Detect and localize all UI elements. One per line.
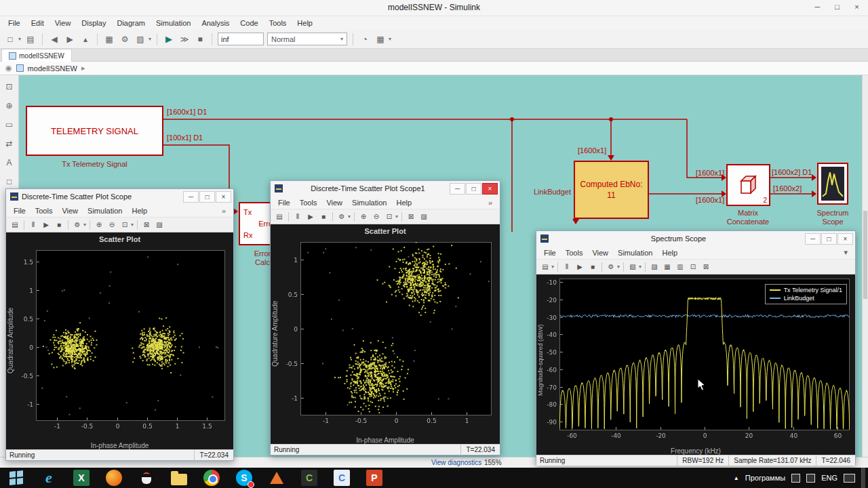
stop-icon[interactable]: ■ — [587, 262, 598, 272]
matrix-concatenate-block[interactable]: 2 — [726, 164, 770, 206]
peaks-toggle-icon[interactable]: ⊠ — [701, 262, 711, 272]
open-icon[interactable]: ▤ — [24, 33, 37, 45]
library-browser-icon[interactable]: ▦ — [103, 33, 115, 45]
swap-icon[interactable]: ⇄ — [5, 139, 12, 148]
up-to-parent-icon[interactable]: ▴ — [79, 33, 92, 45]
crosshair-icon[interactable]: ⊠ — [141, 220, 152, 230]
frame-icon[interactable]: □ — [7, 177, 12, 186]
print-icon[interactable]: ▤ — [540, 262, 551, 272]
spectrum-scope-block[interactable] — [817, 163, 848, 205]
tray-icon-2[interactable] — [806, 474, 815, 483]
menu-simulation[interactable]: Simulation — [83, 205, 127, 216]
model-explorer-icon[interactable]: ▨ — [134, 33, 146, 45]
menu-simulation[interactable]: Simulation — [347, 197, 391, 208]
menu-view[interactable]: View — [587, 247, 613, 258]
simulation-mode-select[interactable]: Normal ▾ — [267, 33, 347, 45]
legend[interactable]: Tx Telemetry Signal/1 LinkBudget — [765, 284, 847, 304]
c-compiler-blue-icon[interactable]: C — [333, 469, 351, 487]
text-tool-icon[interactable]: A — [6, 158, 12, 167]
show-desktop-button[interactable] — [861, 468, 865, 488]
menu-overflow-icon[interactable]: ▾ — [839, 247, 852, 258]
grid-toggle-icon[interactable]: ▦ — [662, 262, 673, 272]
menu-diagram[interactable]: Diagram — [111, 17, 151, 29]
menu-view[interactable]: View — [57, 205, 83, 216]
measure-icon[interactable]: ▨ — [418, 211, 429, 222]
tray-expand-icon[interactable]: ▲ — [734, 475, 739, 481]
minimize-icon[interactable]: ─ — [183, 191, 199, 203]
settings-icon[interactable]: ⚙ — [336, 211, 347, 222]
model-settings-icon[interactable]: ⚙ — [119, 33, 131, 45]
menu-help[interactable]: Help — [292, 17, 318, 29]
tray-icon-1[interactable] — [791, 474, 800, 483]
close-icon[interactable]: × — [482, 183, 498, 195]
matlab-icon[interactable] — [268, 469, 285, 487]
pause-icon[interactable]: Ⅱ — [28, 220, 39, 230]
chrome-icon[interactable] — [203, 469, 220, 487]
breadcrumb-home-icon[interactable]: ◉ — [5, 64, 12, 73]
crosshair-icon[interactable]: ⊠ — [406, 211, 416, 222]
telemetry-signal-block[interactable]: TELEMETRY SIGNAL — [26, 106, 163, 156]
stop-time-input[interactable] — [218, 33, 264, 45]
menu-display[interactable]: Display — [76, 17, 111, 29]
play-icon[interactable]: ▶ — [574, 262, 585, 272]
menu-view[interactable]: View — [50, 17, 77, 29]
excel-icon[interactable]: X — [73, 469, 90, 487]
stop-icon[interactable]: ■ — [318, 211, 329, 222]
zoom-box-icon[interactable]: ⊡ — [119, 220, 130, 230]
settings-icon[interactable]: ⚙ — [72, 220, 83, 230]
tab-modelissnew[interactable]: modelISSNEW — [1, 49, 72, 62]
scrollbar-thumb[interactable] — [863, 211, 867, 299]
cursor-toggle-icon[interactable]: ⊡ — [688, 262, 698, 272]
spectrum-settings-icon[interactable]: ▧ — [627, 262, 638, 272]
menu-edit[interactable]: Edit — [26, 17, 50, 29]
menu-file[interactable]: File — [9, 205, 31, 216]
back-icon[interactable]: ◀ — [48, 33, 60, 45]
forward-icon[interactable]: ▶ — [64, 33, 76, 45]
internet-explorer-icon[interactable]: e — [40, 469, 58, 487]
breadcrumb[interactable]: ◉ modelISSNEW ▸ — [0, 62, 868, 75]
minimize-icon[interactable]: ─ — [805, 233, 821, 245]
zoom-in-icon[interactable]: ⊕ — [358, 211, 369, 222]
menu-tools[interactable]: Tools — [31, 205, 58, 216]
menu-file[interactable]: File — [273, 197, 295, 208]
breadcrumb-label[interactable]: modelISSNEW — [28, 64, 77, 73]
minimize-icon[interactable]: ─ — [450, 183, 465, 195]
stop-icon[interactable]: ■ — [54, 220, 64, 230]
powerpoint-icon[interactable]: P — [366, 469, 383, 487]
c-compiler-green-icon[interactable]: C — [300, 469, 318, 487]
menu-simulation[interactable]: Simulation — [613, 247, 657, 258]
touch-keyboard-icon[interactable] — [844, 474, 855, 483]
programs-label[interactable]: Программы — [745, 474, 785, 482]
stop-icon[interactable]: ■ — [194, 33, 206, 45]
menu-overflow-icon[interactable]: » — [484, 197, 497, 208]
scope-titlebar[interactable]: Discrete-Time Scatter Plot Scope1 ─ □ × — [271, 181, 500, 196]
scope-titlebar[interactable]: Spectrum Scope ─ □ × — [536, 231, 855, 246]
zoom-icon[interactable]: ⊕ — [5, 101, 12, 110]
menu-file[interactable]: File — [539, 247, 561, 258]
print-icon[interactable]: ▤ — [274, 211, 285, 222]
menu-tools[interactable]: Tools — [561, 247, 588, 258]
pause-icon[interactable]: Ⅱ — [561, 262, 572, 272]
refresh-icon[interactable]: ◔ — [359, 33, 371, 45]
canvas-vertical-scrollbar[interactable] — [862, 75, 868, 457]
close-icon[interactable]: × — [847, 0, 867, 14]
print-icon[interactable]: ▤ — [9, 220, 20, 230]
zoom-out-icon[interactable]: ⊖ — [371, 211, 382, 222]
minimize-icon[interactable]: ─ — [808, 0, 827, 14]
menu-help[interactable]: Help — [657, 247, 682, 258]
menu-simulation[interactable]: Simulation — [151, 17, 196, 29]
scatter-plot-canvas[interactable] — [271, 238, 500, 433]
menu-help[interactable]: Help — [127, 205, 152, 216]
build-icon[interactable]: ▦ — [374, 33, 387, 45]
maximize-icon[interactable]: □ — [821, 233, 837, 245]
measure-toggle-icon[interactable]: ▨ — [649, 262, 660, 272]
maximize-icon[interactable]: □ — [466, 183, 481, 195]
annotation-icon[interactable]: ⊡ — [5, 82, 12, 92]
menu-tools[interactable]: Tools — [264, 17, 292, 29]
measure-icon[interactable]: ▨ — [154, 220, 165, 230]
chart-toggle-icon[interactable]: ▥ — [675, 262, 686, 272]
zoom-box-icon[interactable]: ⊡ — [384, 211, 395, 222]
maximize-icon[interactable]: □ — [199, 191, 215, 203]
menu-analysis[interactable]: Analysis — [196, 17, 235, 29]
scope-titlebar[interactable]: Discrete-Time Scatter Plot Scope ─ □ × — [6, 189, 233, 204]
